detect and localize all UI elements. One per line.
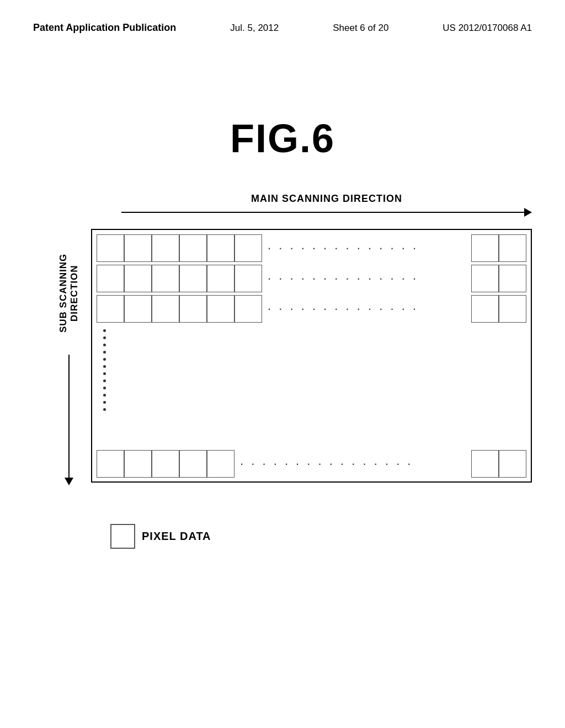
pixel-cell (179, 265, 207, 292)
pixel-cell (97, 265, 124, 292)
pixel-row-3: · · · · · · · · · · · · · · (97, 293, 526, 324)
pixel-cell (152, 265, 179, 292)
pixel-cell (124, 234, 152, 262)
pixel-cell (152, 234, 179, 262)
pixel-cell (207, 450, 234, 478)
v-dot (103, 351, 106, 354)
pixel-cell (471, 234, 499, 262)
bottom-pixel-row: · · · · · · · · · · · · · · · · (92, 446, 531, 481)
pixel-cell (152, 450, 179, 478)
pixel-cell (124, 265, 152, 292)
v-dot (103, 336, 106, 339)
pixel-cell (152, 295, 179, 323)
page-header: Patent Application Publication Jul. 5, 2… (0, 22, 565, 34)
main-scan-arrow (121, 208, 532, 217)
pixel-cell (179, 450, 207, 478)
v-dot (103, 344, 106, 346)
pixel-cell (207, 265, 234, 292)
horizontal-dots-3: · · · · · · · · · · · · · · (262, 302, 471, 316)
legend: PIXEL DATA (110, 524, 211, 549)
pixel-cell (471, 295, 499, 323)
pixel-cell (97, 234, 124, 262)
horizontal-dots-bottom: · · · · · · · · · · · · · · · · (234, 457, 471, 471)
pixel-cell (471, 450, 499, 478)
legend-label: PIXEL DATA (142, 530, 211, 543)
v-dot (103, 365, 106, 368)
pixel-cell (207, 234, 234, 262)
sub-arrow-line (68, 355, 70, 478)
vertical-dots (103, 329, 106, 411)
pixel-cell (179, 234, 207, 262)
v-dot (103, 379, 106, 382)
horizontal-dots-1: · · · · · · · · · · · · · · (262, 241, 471, 255)
top-pixel-rows: · · · · · · · · · · · · · · · · · · · · … (92, 230, 531, 326)
legend-pixel-cell (110, 524, 135, 549)
main-arrow-head (524, 208, 532, 217)
pixel-cell (97, 450, 124, 478)
sheet-label: Sheet 6 of 20 (333, 23, 388, 34)
pixel-cell (124, 450, 152, 478)
sub-arrow-head (65, 478, 73, 485)
v-dot (103, 372, 106, 375)
sub-scan-label: SUB SCANNING DIRECTION (58, 232, 80, 355)
pixel-cell (499, 265, 526, 292)
sub-scan-direction: SUB SCANNING DIRECTION (55, 232, 83, 485)
figure-title: FIG.6 (0, 116, 565, 161)
v-dot (103, 387, 106, 389)
patent-number: US 2012/0170068 A1 (443, 23, 532, 34)
pixel-cell (124, 295, 152, 323)
pixel-row-2: · · · · · · · · · · · · · · (97, 263, 526, 293)
main-scan-label: MAIN SCANNING DIRECTION (251, 193, 402, 205)
pixel-cell (499, 450, 526, 478)
pixel-cell (234, 234, 262, 262)
publication-label: Patent Application Publication (33, 22, 176, 34)
pixel-cell (97, 295, 124, 323)
v-dot (103, 408, 106, 411)
main-arrow-line (121, 212, 524, 213)
horizontal-dots-2: · · · · · · · · · · · · · · (262, 271, 471, 286)
v-dot (103, 401, 106, 404)
date-label: Jul. 5, 2012 (230, 23, 279, 34)
grid-diagram: · · · · · · · · · · · · · · · · · · · · … (91, 229, 532, 483)
pixel-cell (179, 295, 207, 323)
pixel-cell (234, 265, 262, 292)
pixel-cell (499, 234, 526, 262)
diagram-area: MAIN SCANNING DIRECTION SUB SCANNING DIR… (55, 193, 532, 524)
main-scan-direction: MAIN SCANNING DIRECTION (121, 193, 532, 217)
pixel-cell (499, 295, 526, 323)
pixel-row-bottom: · · · · · · · · · · · · · · · · (97, 448, 526, 479)
v-dot (103, 394, 106, 397)
pixel-cell (471, 265, 499, 292)
v-dot (103, 329, 106, 332)
pixel-row-1: · · · · · · · · · · · · · · (97, 233, 526, 263)
pixel-cell (207, 295, 234, 323)
v-dot (103, 358, 106, 361)
pixel-cell (234, 295, 262, 323)
